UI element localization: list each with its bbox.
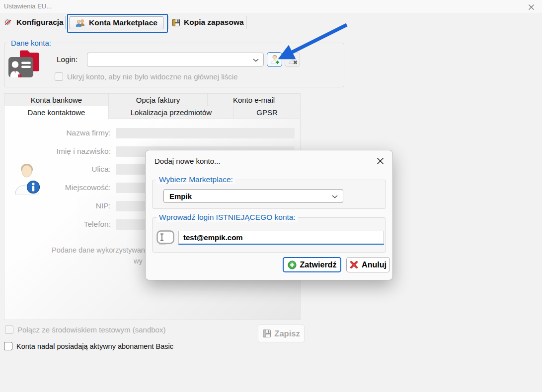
cancel-button-label: Anuluj bbox=[362, 261, 387, 269]
person-remove-icon bbox=[287, 54, 298, 65]
login-select[interactable] bbox=[87, 53, 264, 66]
red-cross-icon bbox=[350, 261, 358, 269]
save-button-label: Zapisz bbox=[274, 329, 300, 338]
save-button[interactable]: Zapisz bbox=[258, 325, 305, 342]
tab-label: Konto e-mail bbox=[233, 96, 275, 104]
tab-konto-email[interactable]: Konto e-mail bbox=[207, 93, 301, 106]
marketplace-selected-value: Empik bbox=[169, 192, 192, 200]
tab-label: Konta bankowe bbox=[31, 96, 82, 104]
field-label: Telefon: bbox=[11, 220, 111, 229]
chevron-down-icon bbox=[253, 59, 259, 62]
person-info-icon bbox=[12, 162, 41, 195]
basic-subscription-row: Konta nadal posiadają aktywny abonament … bbox=[4, 342, 173, 350]
login-label: Login: bbox=[57, 55, 77, 64]
basic-subscription-label: Konta nadal posiadają aktywny abonament … bbox=[16, 342, 173, 350]
add-account-button[interactable] bbox=[267, 52, 282, 67]
save-disk-icon bbox=[262, 329, 271, 338]
window-titlebar: Ustawienia EU... bbox=[0, 0, 542, 13]
chevron-down-icon bbox=[332, 195, 338, 198]
company-name-input bbox=[116, 128, 295, 138]
tab-focus-outline: Konta Marketplace bbox=[67, 14, 168, 33]
form-note-line1: Podane dane wykorzystywane b bbox=[52, 246, 155, 254]
tab-kopia-zapasowa[interactable]: Kopia zapasowa bbox=[172, 15, 244, 30]
marketplace-group-legend: Wybierz Marketplace: bbox=[156, 175, 235, 184]
close-icon bbox=[377, 157, 384, 165]
confirm-button[interactable]: Zatwierdź bbox=[283, 257, 341, 272]
dialog-title: Dodaj nowe konto... bbox=[155, 157, 221, 165]
window-close-button[interactable] bbox=[527, 3, 535, 11]
hide-account-row: Ukryj konto, aby nie było widoczne na gł… bbox=[55, 72, 238, 81]
marketplace-select[interactable]: Empik bbox=[163, 189, 343, 203]
tab-opcja-faktury[interactable]: Opcja faktury bbox=[108, 93, 208, 106]
tab-label: Lokalizacja przedmiotów bbox=[131, 108, 212, 117]
hide-account-label: Ukryj konto, aby nie było widoczne na gł… bbox=[67, 72, 238, 81]
field-label: NIP: bbox=[11, 201, 111, 210]
form-note-line2: wy bbox=[134, 257, 143, 265]
gear-icon: ⚙ bbox=[4, 18, 13, 27]
tab-label: Konfiguracja bbox=[16, 18, 64, 27]
confirm-button-label: Zatwierdź bbox=[300, 261, 337, 269]
tab-konta-marketplace[interactable]: Konta Marketplace bbox=[70, 16, 163, 29]
sandbox-checkbox bbox=[5, 326, 13, 334]
account-group-legend: Dane konta: bbox=[8, 39, 54, 47]
sandbox-row: Połącz ze środowiskiem testowym (sandbox… bbox=[5, 326, 165, 334]
tab-gpsr[interactable]: GPSR bbox=[233, 106, 301, 119]
hide-account-checkbox bbox=[55, 72, 63, 81]
tab-konta-bankowe[interactable]: Konta bankowe bbox=[4, 93, 109, 106]
cancel-button[interactable]: Anuluj bbox=[346, 257, 390, 272]
id-card-folder-icon bbox=[8, 49, 40, 78]
settings-window: Ustawienia EU... ⚙ Konfiguracja Konta Ma… bbox=[0, 0, 542, 392]
tab-label: Opcja faktury bbox=[136, 96, 180, 104]
toolbar-separator bbox=[246, 16, 246, 29]
basic-subscription-checkbox[interactable] bbox=[4, 342, 12, 350]
tab-label: Konta Marketplace bbox=[89, 18, 157, 27]
save-disk-icon bbox=[172, 18, 180, 27]
add-account-dialog: Dodaj nowe konto... Wybierz Marketplace:… bbox=[145, 150, 393, 280]
field-label: Imię i nazwisko: bbox=[11, 147, 111, 156]
toolbar-separator bbox=[168, 16, 168, 29]
tab-lokalizacja-przedmiotow[interactable]: Lokalizacja przedmiotów bbox=[108, 106, 234, 119]
dialog-close-button[interactable] bbox=[376, 156, 385, 165]
tab-konfiguracja[interactable]: ⚙ Konfiguracja bbox=[4, 15, 64, 30]
existing-login-input[interactable] bbox=[178, 231, 384, 245]
text-cursor-icon bbox=[156, 230, 174, 245]
tab-label: GPSR bbox=[256, 108, 278, 117]
green-plus-icon bbox=[288, 261, 297, 269]
remove-account-button[interactable] bbox=[285, 52, 300, 67]
close-icon bbox=[528, 4, 535, 10]
existing-login-group-legend: Wprowadź login ISTNIEJĄCEGO konta: bbox=[156, 213, 298, 222]
tab-label: Kopia zapasowa bbox=[184, 18, 244, 27]
tab-label: Dane kontaktowe bbox=[28, 108, 85, 117]
sandbox-label: Połącz ze środowiskiem testowym (sandbox… bbox=[17, 326, 165, 334]
main-tab-bar: ⚙ Konfiguracja Konta Marketplace bbox=[0, 13, 542, 32]
toolbar-separator bbox=[65, 16, 66, 29]
tab-dane-kontaktowe[interactable]: Dane kontaktowe bbox=[4, 106, 109, 119]
person-add-icon bbox=[269, 54, 280, 65]
window-title: Ustawienia EU... bbox=[4, 2, 52, 10]
people-icon bbox=[76, 19, 85, 27]
field-label: Nazwa firmy: bbox=[11, 129, 111, 137]
